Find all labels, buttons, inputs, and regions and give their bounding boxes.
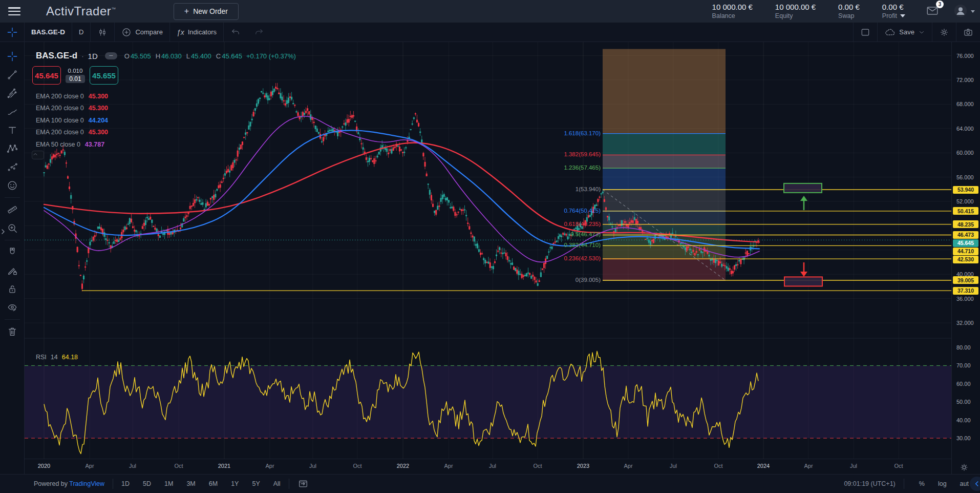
drawing-mode-icon <box>7 265 18 276</box>
level-price-badge: 37.310 <box>953 287 978 295</box>
account-caret-icon[interactable] <box>971 10 975 13</box>
layout-button[interactable] <box>853 23 877 42</box>
range-all[interactable]: All <box>273 480 281 487</box>
indicator-name: EMA 200 close 0 <box>36 129 84 136</box>
chart-area[interactable]: BAS.GE-d · 1D – O45.505H46.030L45.400C45… <box>25 42 951 474</box>
cloud-save-icon <box>884 27 896 38</box>
range-1d[interactable]: 1D <box>121 480 130 487</box>
profit-caret-icon[interactable] <box>900 14 905 17</box>
interval-selector[interactable]: D <box>72 23 91 42</box>
indicator-row[interactable]: EMA 50 close 043.787 <box>36 138 108 151</box>
current-price-badge: 45.645 <box>953 239 978 247</box>
level-price-badge: 46.473 <box>953 231 978 239</box>
trademark: ™ <box>111 7 116 12</box>
price-chart[interactable] <box>25 42 951 474</box>
tool-emoji[interactable] <box>4 176 21 195</box>
ohlc-c: C45.645 <box>216 52 242 60</box>
tool-crosshair[interactable] <box>4 47 21 66</box>
tool-hide-drawings[interactable] <box>4 298 21 317</box>
chart-style-selector[interactable] <box>91 23 115 42</box>
tool-ruler[interactable] <box>4 200 21 219</box>
time-label: Apr <box>434 463 463 469</box>
ohlc-values: O45.505H46.030L45.400C45.645 <box>124 52 242 60</box>
indicators-button[interactable]: ƒxIndicators <box>170 23 224 42</box>
tool-text[interactable] <box>4 121 21 139</box>
tool-forecast[interactable] <box>4 158 21 176</box>
redo-button[interactable] <box>247 23 271 42</box>
fib-label: 1(53.940) <box>576 186 601 192</box>
level-price-badge: 44.710 <box>953 248 978 255</box>
fib-label: 0.5(46.473) <box>570 231 601 237</box>
tool-trend-line[interactable] <box>4 66 21 84</box>
price-tick: 64.000 <box>956 126 974 132</box>
account-stats: 10 000.00 €Balance10 000.00 €Equity0.00 … <box>712 3 905 20</box>
indicator-row[interactable]: EMA 200 close 045.300 <box>36 127 108 139</box>
save-layout-button[interactable]: Save <box>877 23 932 42</box>
buy-button[interactable]: 45.655 <box>90 66 118 85</box>
tool-crosshair-toolbar[interactable] <box>0 23 25 42</box>
log-scale-button[interactable]: log <box>938 480 947 487</box>
range-6m[interactable]: 6M <box>209 480 218 487</box>
indicator-name: EMA 200 close 0 <box>36 105 84 112</box>
indicator-row[interactable]: EMA 100 close 044.204 <box>36 114 108 127</box>
mail-icon[interactable]: 3 <box>926 4 939 19</box>
time-label: 2020 <box>30 463 58 469</box>
range-5y[interactable]: 5Y <box>252 480 260 487</box>
percent-scale-button[interactable]: % <box>919 480 925 487</box>
range-1y[interactable]: 1Y <box>231 480 239 487</box>
range-5d[interactable]: 5D <box>143 480 151 487</box>
tradingview-link[interactable]: TradingView <box>69 480 104 487</box>
undo-button[interactable] <box>224 23 247 42</box>
forecast-icon <box>7 161 18 173</box>
level-price-badge: 48.235 <box>953 220 978 228</box>
level-price-badge: 39.005 <box>953 276 978 284</box>
chart-settings-button[interactable] <box>932 23 956 42</box>
new-order-button[interactable]: + New Order <box>174 3 239 20</box>
powered-by: Powered by TradingView <box>34 480 104 487</box>
tool-drawing-mode[interactable] <box>4 261 21 280</box>
time-label: Oct <box>884 463 913 469</box>
stat-value: 10 000.00 € <box>775 3 816 12</box>
collapse-legend-button[interactable] <box>32 151 44 159</box>
hide-indicator-button[interactable]: – <box>105 52 117 59</box>
tool-brush[interactable] <box>4 102 21 121</box>
emoji-icon <box>7 180 18 191</box>
time-label: Apr <box>794 463 823 469</box>
tool-lock-drawings[interactable] <box>4 280 21 298</box>
fx-icon: ƒx <box>177 28 184 36</box>
range-3m[interactable]: 3M <box>186 480 195 487</box>
sell-button[interactable]: 45.645 <box>32 66 61 85</box>
indicator-row[interactable]: EMA 200 close 045.300 <box>36 102 108 115</box>
new-order-label: New Order <box>193 7 228 15</box>
tool-xabcd-pattern[interactable] <box>4 139 21 158</box>
price-tick: 32.000 <box>956 320 974 326</box>
user-avatar[interactable] <box>953 4 968 19</box>
tool-remove-drawings[interactable] <box>4 322 21 341</box>
compare-button[interactable]: Compare <box>115 23 169 42</box>
rsi-tick: 70.00 <box>956 362 971 368</box>
time-axis[interactable]: 2020AprJulOct2021AprJulOct2022AprJulOct2… <box>25 459 951 474</box>
theme-sun-icon[interactable] <box>959 462 969 473</box>
sidebar-divider <box>5 319 20 320</box>
time-label: Apr <box>255 463 284 469</box>
legend-symbol[interactable]: BAS.GE-d <box>36 51 77 61</box>
avatar-icon <box>953 4 968 18</box>
menu-icon[interactable] <box>8 7 20 15</box>
tool-pitchfork[interactable] <box>4 84 21 102</box>
screenshot-button[interactable] <box>956 23 980 42</box>
indicator-row[interactable]: EMA 200 close 045.300 <box>36 90 108 102</box>
stat-value: 0.00 € <box>882 3 905 12</box>
indicator-name: EMA 200 close 0 <box>36 93 84 100</box>
rsi-name: RSI <box>36 354 47 361</box>
right-panel-toggle[interactable] <box>970 477 980 491</box>
chevron-down-icon <box>918 29 925 36</box>
tool-magnet[interactable] <box>4 243 21 261</box>
go-to-date-icon[interactable] <box>297 478 309 489</box>
symbol-selector[interactable]: BAS.GE-D <box>25 23 72 42</box>
left-panel-toggle[interactable] <box>0 224 5 239</box>
price-axis[interactable]: 76.00072.00068.00064.00060.00056.00052.0… <box>951 42 980 474</box>
auto-scale-button[interactable]: aut <box>960 480 969 487</box>
sidebar-divider <box>5 197 20 198</box>
range-1m[interactable]: 1M <box>164 480 173 487</box>
clock[interactable]: 09:01:19 (UTC+1) <box>844 480 895 487</box>
